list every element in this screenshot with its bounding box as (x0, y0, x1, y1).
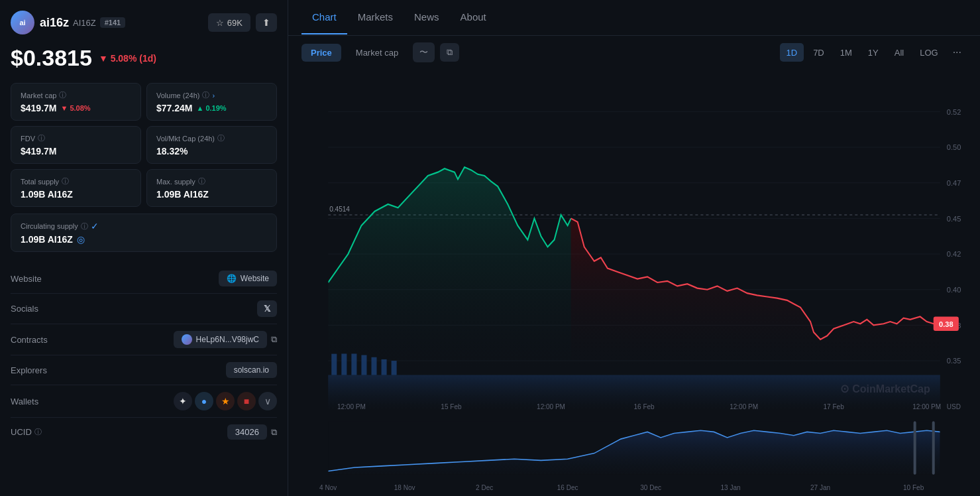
token-header: ai ai16z AI16Z #141 ☆ 69K ⬆ (11, 11, 277, 34)
price-change-value: ▼ 5.08% (1d) (99, 53, 156, 64)
ellipsis-icon: ··· (953, 46, 961, 58)
wallet-icon-4[interactable]: ■ (237, 392, 256, 410)
svg-text:0.38: 0.38 (939, 320, 953, 328)
globe-icon: 🌐 (227, 274, 237, 283)
rank-badge: #141 (100, 17, 125, 28)
svg-text:0.4514: 0.4514 (329, 205, 350, 212)
ucid-label: UCID (11, 427, 32, 437)
token-symbol: AI16Z (73, 18, 96, 28)
market-cap-info-icon[interactable]: ⓘ (59, 90, 66, 100)
svg-text:2 Dec: 2 Dec (476, 484, 493, 491)
fdv-info-icon[interactable]: ⓘ (38, 133, 45, 143)
website-label: Website (11, 274, 42, 284)
time-1m-button[interactable]: 1M (834, 43, 859, 62)
solana-icon (182, 334, 192, 345)
price-change: ▼ 5.08% (1d) (99, 53, 156, 64)
svg-rect-25 (371, 357, 376, 375)
svg-text:15 Feb: 15 Feb (441, 403, 461, 410)
share-icon: ⬆ (262, 17, 270, 28)
price-display: $0.3815 (11, 45, 92, 71)
socials-label: Socials (11, 304, 38, 314)
token-name-group: ai16z AI16Z #141 (40, 16, 125, 30)
svg-text:0.45: 0.45 (947, 214, 961, 222)
market-cap-change: ▼ 5.08% (60, 104, 90, 112)
total-supply-value: 1.09B AI16Z (21, 189, 73, 200)
ucid-copy-icon[interactable]: ⧉ (271, 427, 277, 438)
svg-text:0.50: 0.50 (947, 143, 961, 151)
svg-text:0.35: 0.35 (947, 357, 961, 365)
max-supply-card: Max. supply ⓘ 1.09B AI16Z (146, 169, 277, 207)
max-supply-value: 1.09B AI16Z (156, 189, 209, 200)
contracts-label: Contracts (11, 335, 48, 345)
wallet-icon-1[interactable]: ✦ (174, 392, 192, 410)
volume-change: ▲ 0.19% (196, 104, 226, 112)
svg-text:USD: USD (947, 403, 961, 410)
tab-about[interactable]: About (450, 1, 497, 34)
verified-icon: ✓ (91, 221, 99, 231)
vol-mkt-label: Vol/Mkt Cap (24h) ⓘ (156, 133, 267, 143)
svg-text:0.40: 0.40 (947, 286, 961, 294)
candle-chart-button[interactable]: ⧉ (440, 43, 459, 62)
svg-text:12:00 PM: 12:00 PM (730, 403, 758, 410)
watchlist-count: 69K (227, 18, 243, 28)
max-supply-info-icon[interactable]: ⓘ (198, 176, 205, 186)
contract-address: HeLp6N...V98jwC (196, 335, 259, 344)
tab-chart[interactable]: Chart (301, 1, 347, 34)
chevron-down-icon: ∨ (264, 396, 271, 406)
svg-text:27 Jan: 27 Jan (810, 484, 830, 491)
svg-rect-26 (382, 359, 387, 375)
tab-markets[interactable]: Markets (347, 1, 404, 34)
watchlist-button[interactable]: ☆ 69K (208, 13, 250, 32)
star-icon: ☆ (216, 18, 224, 28)
svg-text:16 Feb: 16 Feb (633, 403, 654, 410)
explorer-button[interactable]: solscan.io (226, 362, 277, 378)
vol-mkt-card: Vol/Mkt Cap (24h) ⓘ 18.32% (146, 126, 277, 164)
twitter-x-button[interactable]: 𝕏 (257, 300, 277, 317)
contract-button[interactable]: HeLp6N...V98jwC (174, 331, 267, 348)
svg-text:13 Jan: 13 Jan (721, 484, 741, 491)
ucid-value: 34026 (227, 424, 267, 440)
website-button[interactable]: 🌐 Website (219, 271, 277, 286)
share-button[interactable]: ⬆ (256, 13, 277, 32)
wallet-icon-3[interactable]: ★ (216, 392, 235, 410)
circ-supply-icon: ◎ (77, 234, 85, 245)
svg-text:18 Nov: 18 Nov (394, 484, 416, 491)
chart-controls: Price Market cap 〜 ⧉ 1D 7D 1M 1Y All (288, 36, 980, 69)
vol-mkt-info-icon[interactable]: ⓘ (217, 133, 225, 143)
volume-label: Volume (24h) ⓘ › (156, 90, 267, 100)
time-1d-button[interactable]: 1D (780, 43, 804, 62)
total-supply-info-icon[interactable]: ⓘ (62, 176, 69, 186)
price-toggle-button[interactable]: Price (301, 44, 341, 62)
time-1y-button[interactable]: 1Y (861, 43, 885, 62)
svg-rect-21 (331, 353, 337, 375)
circ-supply-value: 1.09B AI16Z (21, 234, 73, 245)
volume-info-icon[interactable]: ⓘ (202, 90, 209, 100)
max-supply-label: Max. supply ⓘ (156, 176, 267, 186)
price-chart-svg: 0.52 0.50 0.47 0.45 0.42 0.40 0.38 0.35 … (288, 69, 980, 496)
explorers-row: Explorers solscan.io (11, 355, 277, 385)
wallet-icon-2[interactable]: ● (195, 392, 213, 410)
wallet-icons-group: ✦ ● ★ ■ ∨ (174, 392, 277, 410)
token-name: ai16z (40, 16, 69, 30)
market-cap-card: Market cap ⓘ $419.7M ▼ 5.08% (11, 83, 141, 121)
header-actions: ☆ 69K ⬆ (208, 13, 277, 32)
volume-expand-icon[interactable]: › (212, 92, 215, 99)
circ-supply-info-icon[interactable]: ⓘ (81, 221, 88, 231)
stats-grid: Market cap ⓘ $419.7M ▼ 5.08% Volume (24h… (11, 83, 277, 207)
volume-value: $77.24M (156, 103, 192, 113)
ucid-value-row: 34026 ⧉ (227, 424, 277, 440)
wallets-more-button[interactable]: ∨ (258, 392, 277, 410)
log-scale-button[interactable]: LOG (913, 43, 944, 62)
time-7d-button[interactable]: 7D (806, 43, 831, 62)
price-label: Price (311, 48, 332, 58)
time-all-button[interactable]: All (888, 43, 910, 62)
tab-news[interactable]: News (404, 1, 450, 34)
ucid-info-icon[interactable]: ⓘ (34, 427, 42, 437)
marketcap-toggle-button[interactable]: Market cap (347, 44, 408, 62)
line-chart-button[interactable]: 〜 (413, 42, 435, 62)
chart-more-options-button[interactable]: ··· (948, 43, 967, 62)
copy-icon[interactable]: ⧉ (271, 334, 277, 345)
time-controls: 1D 7D 1M 1Y All LOG ··· (780, 43, 967, 62)
svg-text:12:00 PM: 12:00 PM (337, 403, 366, 410)
vol-mkt-value: 18.32% (156, 146, 188, 156)
